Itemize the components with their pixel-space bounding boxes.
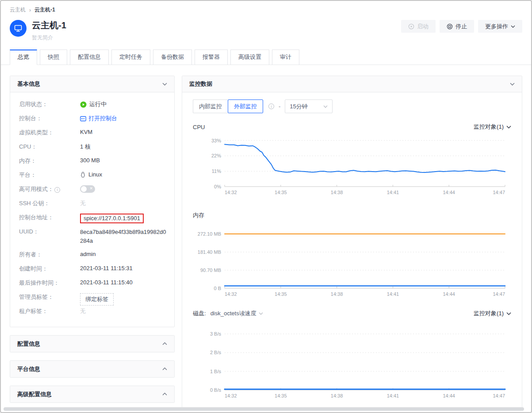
breadcrumb-separator: › xyxy=(29,7,31,13)
app-window: 云主机 › 云主机-1 云主机-1 暂无简介 xyxy=(0,0,532,413)
svg-text:0 B/s: 0 B/s xyxy=(210,387,222,393)
row-ha-mode: 高可用模式：i ✕ xyxy=(19,184,167,199)
breadcrumb: 云主机 › 云主机-1 xyxy=(10,6,522,14)
row-status: 启用状态： 运行中 xyxy=(19,99,167,114)
page-header: 云主机-1 暂无简介 启动 停止 xyxy=(10,20,522,42)
ssh-key-value: 无 xyxy=(80,199,86,207)
row-ssh-key: SSH 公钥： 无 xyxy=(19,199,167,213)
owner-value: admin xyxy=(80,250,96,257)
svg-text:181.40 MB: 181.40 MB xyxy=(198,249,221,255)
advanced-config-title: 高级配置信息 xyxy=(17,390,52,398)
disk-chart-header: 磁盘: disk_octets读速度 监控对象(1) xyxy=(193,310,511,317)
svg-text:90.70 MB: 90.70 MB xyxy=(200,268,221,273)
memory-chart: 0 B90.70 MB181.40 MB272.10 MB14:3214:351… xyxy=(193,222,511,302)
start-button[interactable]: 启动 xyxy=(401,20,436,33)
field-label: SSH 公钥： xyxy=(19,199,80,207)
row-console-address: 控制台地址： spice://127.0.0.1:5901 xyxy=(19,213,167,227)
config-info-title: 配置信息 xyxy=(17,340,40,348)
config-info-panel: 配置信息 xyxy=(10,335,175,352)
row-owner: 所有者： admin xyxy=(19,250,167,264)
svg-text:14:47: 14:47 xyxy=(493,393,505,398)
cpu-monitor-target-dropdown[interactable]: 监控对象(1) xyxy=(474,123,511,131)
chevron-up-icon xyxy=(162,393,167,396)
advanced-config-panel-header[interactable]: 高级配置信息 xyxy=(10,386,174,402)
tab-config-info[interactable]: 配置信息 xyxy=(70,50,109,65)
monitor-controls: 内部监控 外部监控 i - 15分钟 xyxy=(193,99,511,113)
bind-tag-button[interactable]: 绑定标签 xyxy=(80,293,114,306)
svg-text:14:44: 14:44 xyxy=(443,291,455,297)
tab-audit[interactable]: 审计 xyxy=(272,50,299,65)
svg-text:14:32: 14:32 xyxy=(225,393,237,398)
status-value: 运行中 xyxy=(89,100,107,108)
vm-type-value: KVM xyxy=(80,128,92,135)
internal-monitor-button[interactable]: 内部监控 xyxy=(193,99,228,113)
field-label: 创建时间： xyxy=(19,264,80,273)
console-address-value-annotated: spice://127.0.0.1:5901 xyxy=(80,214,144,223)
svg-text:14:44: 14:44 xyxy=(443,190,455,195)
start-button-label: 启动 xyxy=(417,23,429,31)
ha-mode-toggle[interactable]: ✕ xyxy=(80,185,95,193)
tab-overview[interactable]: 总览 xyxy=(10,50,37,65)
breadcrumb-root[interactable]: 云主机 xyxy=(10,6,26,14)
last-op-time-value: 2021-03-11 11:15:40 xyxy=(80,278,133,286)
external-monitor-button[interactable]: 外部监控 xyxy=(228,99,263,113)
chevron-down-icon xyxy=(162,83,167,86)
stop-button[interactable]: 停止 xyxy=(440,20,474,33)
row-cpu: CPU： 1 核 xyxy=(19,142,167,156)
period-select[interactable]: 15分钟 xyxy=(285,99,333,113)
platform-info-title: 平台信息 xyxy=(17,365,40,373)
platform-info-panel-header[interactable]: 平台信息 xyxy=(10,361,174,377)
chevron-down-icon xyxy=(259,312,263,315)
monitor-panel-header[interactable]: 监控数据 xyxy=(182,76,522,92)
basic-info-panel: 基本信息 启用状态： xyxy=(10,76,175,327)
field-label: CPU： xyxy=(19,142,80,151)
open-console-label: 打开控制台 xyxy=(88,115,117,122)
svg-text:11%: 11% xyxy=(212,168,221,174)
open-console-link[interactable]: 打开控制台 xyxy=(80,115,117,122)
svg-text:14:47: 14:47 xyxy=(493,190,505,195)
running-status-icon xyxy=(80,101,87,108)
header-actions: 启动 停止 更多操作 xyxy=(401,20,522,33)
svg-text:14:38: 14:38 xyxy=(331,291,343,297)
svg-text:14:32: 14:32 xyxy=(225,190,237,195)
basic-info-title: 基本信息 xyxy=(17,80,40,88)
svg-text:1 B/s: 1 B/s xyxy=(210,369,222,374)
field-label: 最后操作时间： xyxy=(19,278,80,287)
svg-text:2 B/s: 2 B/s xyxy=(210,350,222,355)
play-circle-icon xyxy=(408,23,414,30)
config-info-panel-header[interactable]: 配置信息 xyxy=(10,336,174,352)
created-time-value: 2021-03-11 11:15:31 xyxy=(80,264,133,272)
info-icon[interactable]: i xyxy=(268,103,274,109)
tab-scheduled-tasks[interactable]: 定时任务 xyxy=(111,50,150,65)
more-actions-button[interactable]: 更多操作 xyxy=(478,20,522,33)
row-created-time: 创建时间： 2021-03-11 11:15:31 xyxy=(19,264,167,278)
cpu-value: 1 核 xyxy=(80,142,91,151)
monitor-title: 监控数据 xyxy=(189,80,212,88)
breadcrumb-current: 云主机-1 xyxy=(34,6,55,14)
disk-metric-dropdown[interactable]: disk_octets读速度 xyxy=(211,310,263,317)
tab-snapshot[interactable]: 快照 xyxy=(40,50,67,65)
tab-backup-data[interactable]: 备份数据 xyxy=(153,50,192,65)
basic-info-panel-header[interactable]: 基本信息 xyxy=(10,76,174,92)
tab-advanced-settings[interactable]: 高级设置 xyxy=(230,50,269,65)
disk-chart: 0 B/s1 B/s2 B/s3 B/s14:3214:3514:3814:41… xyxy=(193,320,511,403)
horizontal-scrollbar[interactable] xyxy=(4,407,524,411)
toggle-off-x-icon: ✕ xyxy=(89,186,93,191)
disk-monitor-target-dropdown[interactable]: 监控对象(1) xyxy=(474,310,511,317)
tab-alarms[interactable]: 报警器 xyxy=(195,50,228,65)
svg-text:14:35: 14:35 xyxy=(275,393,287,398)
row-admin-tag: 管理员标签： 绑定标签 xyxy=(19,292,167,306)
ha-label: 高可用模式： xyxy=(19,186,54,192)
field-label: 租户标签： xyxy=(19,306,80,315)
row-platform: 平台： Linux xyxy=(19,170,167,184)
page-subtitle: 暂无简介 xyxy=(32,34,66,42)
page-title: 云主机-1 xyxy=(32,20,66,31)
info-icon[interactable]: i xyxy=(54,187,60,193)
field-label: 高可用模式：i xyxy=(19,184,80,193)
platform-value: Linux xyxy=(88,171,102,178)
advanced-config-panel: 高级配置信息 xyxy=(10,386,175,403)
chevron-up-icon xyxy=(162,342,167,345)
field-label: 虚拟机类型： xyxy=(19,128,80,137)
cpu-monitor-target-label: 监控对象(1) xyxy=(474,123,504,131)
disk-metric-label: disk_octets读速度 xyxy=(211,310,256,317)
